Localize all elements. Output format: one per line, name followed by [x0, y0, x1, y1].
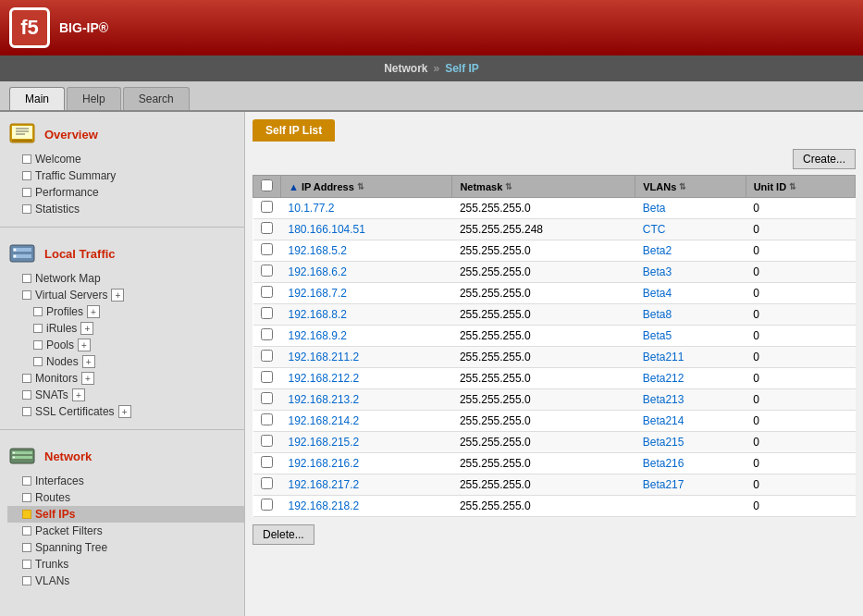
nodes-expand[interactable]: + — [82, 355, 95, 368]
pools-label: Pools — [46, 339, 74, 351]
row-checkbox[interactable] — [261, 243, 273, 255]
vlan-link[interactable]: Beta216 — [643, 457, 684, 470]
vlan-link[interactable]: Beta211 — [643, 351, 684, 363]
row-checkbox[interactable] — [261, 499, 273, 511]
row-checkbox[interactable] — [261, 350, 273, 362]
vlan-link[interactable]: Beta2 — [643, 244, 672, 257]
ip-address-link[interactable]: 192.168.6.2 — [289, 265, 347, 278]
row-checkbox[interactable] — [261, 222, 273, 234]
ip-address-link[interactable]: 192.168.212.2 — [289, 372, 360, 385]
header-title: BIG-IP® — [59, 20, 108, 35]
create-button[interactable]: Create... — [793, 149, 856, 169]
row-checkbox[interactable] — [261, 413, 273, 425]
ip-address-link[interactable]: 192.168.213.2 — [289, 393, 360, 406]
vlan-link[interactable]: Beta5 — [643, 329, 672, 342]
sidebar-item-self-ips[interactable]: Self IPs — [7, 506, 244, 523]
sidebar-item-vlans[interactable]: VLANs — [7, 573, 244, 589]
packet-filters-icon — [22, 526, 31, 536]
sidebar-item-snats[interactable]: SNATs + — [7, 387, 244, 403]
monitors-expand[interactable]: + — [81, 372, 94, 385]
ip-address-link[interactable]: 192.168.8.2 — [289, 308, 347, 321]
table-row: 192.168.217.2255.255.255.0Beta2170 — [253, 474, 856, 496]
ip-address-link[interactable]: 192.168.9.2 — [289, 329, 347, 342]
select-all-checkbox[interactable] — [261, 179, 273, 191]
row-checkbox[interactable] — [261, 201, 273, 213]
sidebar-item-irules[interactable]: iRules + — [7, 320, 244, 337]
sidebar-item-interfaces[interactable]: Interfaces — [7, 473, 244, 489]
sidebar-item-performance[interactable]: Performance — [7, 184, 244, 201]
sidebar-item-profiles[interactable]: Profiles + — [7, 303, 244, 320]
performance-icon — [22, 188, 31, 197]
row-checkbox[interactable] — [261, 392, 273, 404]
th-vlans[interactable]: VLANs ⇅ — [635, 176, 746, 198]
ip-address-link[interactable]: 192.168.7.2 — [289, 287, 347, 300]
sidebar-item-virtual-servers[interactable]: Virtual Servers + — [7, 287, 244, 303]
content-tab-bar: Self IP List — [253, 119, 856, 142]
unit-id-cell: 0 — [746, 432, 855, 453]
delete-button[interactable]: Delete... — [253, 524, 314, 545]
sidebar-item-routes[interactable]: Routes — [7, 489, 244, 506]
tab-search[interactable]: Search — [123, 87, 190, 110]
ip-address-link[interactable]: 192.168.5.2 — [289, 244, 347, 257]
th-ip-address[interactable]: ▲ IP Address ⇅ — [281, 176, 452, 198]
sidebar-item-network-map[interactable]: Network Map — [7, 270, 244, 287]
ip-address-link[interactable]: 192.168.218.2 — [289, 499, 360, 512]
vlan-link[interactable]: Beta3 — [643, 265, 672, 278]
ip-address-link[interactable]: 180.166.104.51 — [289, 223, 365, 236]
tab-help[interactable]: Help — [67, 87, 121, 110]
row-checkbox[interactable] — [261, 328, 273, 340]
unit-id-cell: 0 — [746, 474, 855, 496]
virtual-servers-expand[interactable]: + — [111, 289, 124, 302]
row-checkbox[interactable] — [261, 286, 273, 298]
breadcrumb-root: Network — [384, 62, 427, 75]
row-checkbox[interactable] — [261, 307, 273, 319]
snats-icon — [22, 390, 31, 400]
vlan-link[interactable]: Beta213 — [643, 393, 684, 406]
irules-expand[interactable]: + — [80, 322, 93, 335]
sidebar-item-pools[interactable]: Pools + — [7, 337, 244, 353]
vlan-link[interactable]: Beta212 — [643, 372, 684, 385]
table-row: 180.166.104.51255.255.255.248CTC0 — [253, 219, 856, 240]
sidebar-item-trunks[interactable]: Trunks — [7, 556, 244, 573]
traffic-summary-label: Traffic Summary — [35, 169, 116, 182]
tab-main[interactable]: Main — [9, 87, 65, 110]
table-body: 10.1.77.2255.255.255.0Beta0180.166.104.5… — [253, 198, 856, 517]
profiles-expand[interactable]: + — [87, 305, 100, 318]
sidebar-item-spanning-tree[interactable]: Spanning Tree — [7, 539, 244, 556]
ip-address-link[interactable]: 192.168.215.2 — [289, 436, 360, 449]
sidebar-item-nodes[interactable]: Nodes + — [7, 353, 244, 370]
ip-address-link[interactable]: 192.168.217.2 — [289, 478, 360, 491]
vlan-link[interactable]: Beta — [643, 202, 666, 215]
th-unit-id[interactable]: Unit ID ⇅ — [746, 176, 855, 198]
sidebar-item-ssl-certs[interactable]: SSL Certificates + — [7, 403, 244, 420]
content-tab-self-ip-list[interactable]: Self IP List — [253, 119, 335, 142]
vlan-link[interactable]: CTC — [643, 223, 666, 236]
vlan-link[interactable]: Beta4 — [643, 287, 672, 300]
vlan-link[interactable]: Beta8 — [643, 308, 672, 321]
netmask-cell: 255.255.255.0 — [452, 326, 635, 347]
netmask-cell: 255.255.255.0 — [452, 432, 635, 453]
vlan-link[interactable]: Beta217 — [643, 478, 684, 491]
sidebar-item-packet-filters[interactable]: Packet Filters — [7, 523, 244, 539]
ip-address-link[interactable]: 10.1.77.2 — [289, 202, 335, 215]
sidebar-item-monitors[interactable]: Monitors + — [7, 370, 244, 387]
row-checkbox[interactable] — [261, 371, 273, 383]
vlan-link[interactable]: Beta214 — [643, 414, 684, 427]
ip-address-link[interactable]: 192.168.211.2 — [289, 351, 360, 363]
ip-address-link[interactable]: 192.168.216.2 — [289, 457, 360, 470]
th-netmask[interactable]: Netmask ⇅ — [452, 176, 635, 198]
row-checkbox[interactable] — [261, 456, 273, 468]
ip-address-link[interactable]: 192.168.214.2 — [289, 414, 360, 427]
row-checkbox[interactable] — [261, 265, 273, 277]
vlan-link[interactable]: Beta215 — [643, 436, 684, 449]
row-checkbox[interactable] — [261, 477, 273, 489]
sidebar-item-traffic-summary[interactable]: Traffic Summary — [7, 167, 244, 184]
snats-expand[interactable]: + — [72, 388, 85, 401]
sidebar-item-statistics[interactable]: Statistics — [7, 201, 244, 217]
row-checkbox[interactable] — [261, 435, 273, 447]
interfaces-label: Interfaces — [35, 474, 84, 487]
ssl-certs-expand[interactable]: + — [118, 405, 131, 418]
pools-expand[interactable]: + — [78, 339, 91, 351]
sidebar-item-welcome[interactable]: Welcome — [7, 151, 244, 167]
self-ip-table: ▲ IP Address ⇅ Netmask ⇅ VLANs — [253, 175, 856, 517]
